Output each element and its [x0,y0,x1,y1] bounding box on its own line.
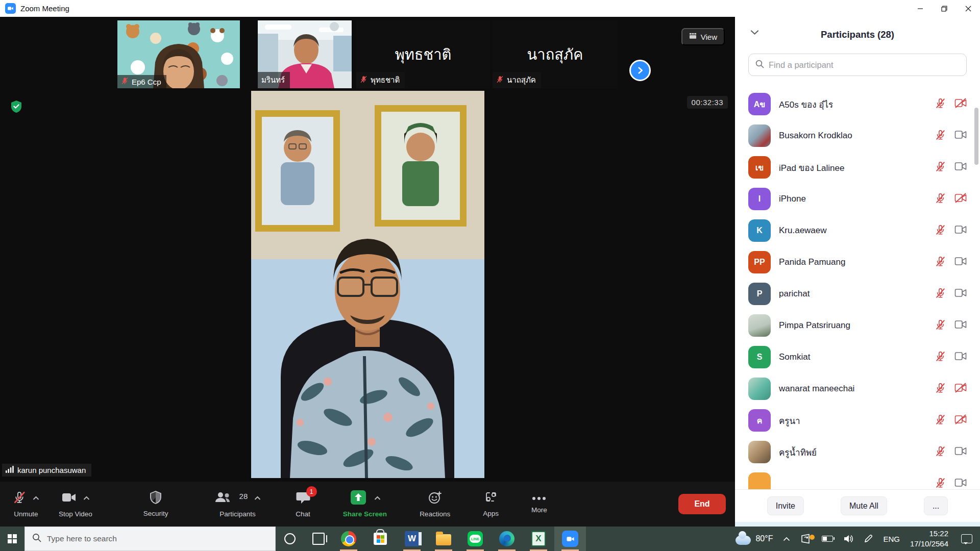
word-icon: W [405,531,419,546]
view-button[interactable]: View [681,28,725,45]
zoom-window: Zoom Meeting [0,0,980,551]
unmute-button[interactable]: Unmute [3,482,49,527]
participant-row[interactable]: ครูน้ำทิพย์ [748,436,967,468]
participant-name: iPhone [779,194,926,204]
avatar: เข [748,156,771,179]
participant-row[interactable]: Busakorn Krodklao [748,120,967,152]
pen-button[interactable] [859,534,878,543]
participants-button[interactable]: 28 Participants [205,482,271,527]
thumbnail-name-label: นาถสุภัค [493,72,541,88]
battery-button[interactable] [817,536,838,542]
taskbar-excel-button[interactable]: X [523,527,554,551]
tray-chevron-up-button[interactable] [778,537,795,541]
mic-muted-icon [935,319,946,333]
microsoft-store-icon [374,533,387,545]
chevron-up-icon[interactable] [374,494,381,502]
start-button[interactable] [0,527,24,551]
chevron-up-icon[interactable] [83,494,90,502]
volume-button[interactable] [838,534,859,543]
participant-row[interactable]: P parichat [748,278,967,310]
participants-icon [214,491,232,505]
participant-row[interactable]: wanarat maneechai [748,373,967,405]
avatar: PP [748,251,771,273]
stop-video-button[interactable]: Stop Video [49,482,102,527]
participant-name: wanarat maneechai [779,384,926,394]
participant-row[interactable]: Pimpa Patsriruang [748,310,967,341]
mic-muted-icon [935,477,946,490]
muted-mic-icon [360,76,368,85]
taskbar-clock[interactable]: 15:22 17/10/2564 [905,529,953,549]
camera-on-icon [954,319,967,332]
active-speaker-label: karun punchasuwan [2,464,91,477]
taskbar-explorer-button[interactable] [428,527,459,551]
task-view-button[interactable] [304,527,333,551]
participants-panel: Participants (28) Aข A50s ของ อุ๋ไร [735,17,980,527]
file-explorer-icon [436,534,451,545]
participants-footer: Invite Mute All ... [735,489,980,522]
weather-button[interactable]: 80°F [730,533,778,545]
meeting-toolbar: Unmute Stop Video Security 2 [0,482,735,527]
apps-button[interactable]: Apps [473,482,508,527]
participant-row[interactable]: K Kru.aewaew [748,215,967,246]
next-page-arrow-button[interactable] [629,60,651,81]
end-meeting-button[interactable]: End [678,494,726,514]
taskbar-search-input[interactable] [47,534,268,543]
signal-bars-icon [6,466,14,474]
mic-muted-icon [935,445,946,459]
security-button[interactable]: Security [134,482,178,527]
scrollbar-thumb[interactable] [974,108,978,165]
mute-all-button[interactable]: Mute All [841,496,887,515]
action-center-button[interactable] [953,534,980,543]
muted-mic-icon [496,76,504,85]
participant-row[interactable]: I iPhone [748,183,967,215]
taskbar-chrome-button[interactable] [333,527,364,551]
participants-scrollbar[interactable] [974,93,978,445]
participant-row[interactable]: PP Panida Pamuang [748,246,967,278]
notification-icon [961,534,972,543]
chrome-icon [341,531,356,546]
participant-row[interactable]: Aข A50s ของ อุ๋ไร [748,88,967,120]
grid-view-icon [689,32,697,41]
search-icon [755,60,764,70]
invite-button[interactable]: Invite [767,496,804,515]
cortana-button[interactable] [276,527,304,551]
participant-search-input[interactable] [769,60,960,70]
video-thumbnail[interactable]: พุทธชาติ พุทธชาติ [356,20,490,88]
tablet-sync-button[interactable] [795,534,817,544]
taskbar-line-button[interactable]: LINE [459,527,491,551]
close-button[interactable] [956,0,980,17]
participant-name: iPad ของ Lalinee [779,161,926,174]
share-screen-icon [349,490,368,507]
camera-on-icon [954,478,967,489]
video-thumbnail[interactable]: มรินทร์ [258,20,352,88]
panel-more-button[interactable]: ... [924,496,948,515]
minimize-button[interactable] [908,0,932,17]
collapse-panel-button[interactable] [750,29,759,37]
chevron-up-icon[interactable] [33,494,39,502]
video-camera-icon [61,491,77,505]
video-thumbnail[interactable]: นาถสุภัค นาถสุภัค [493,20,618,88]
taskbar-edge-button[interactable] [491,527,523,551]
thumbnail-name-label: Ep6 Ccp [117,75,166,88]
language-indicator[interactable]: ENG [878,535,905,543]
share-screen-button[interactable]: Share Screen [333,482,397,527]
participant-row[interactable]: S Somkiat [748,341,967,373]
taskbar-search-box [24,527,276,551]
restore-button[interactable] [932,0,956,17]
participant-row[interactable] [748,468,967,489]
shield-icon [150,491,162,506]
participant-row[interactable]: ค ครูนา [748,405,967,436]
chat-button[interactable]: 1 Chat [286,482,320,527]
taskbar-word-button[interactable]: W [396,527,428,551]
taskbar-store-button[interactable] [364,527,396,551]
taskbar-zoom-button[interactable] [554,527,586,551]
video-thumbnail[interactable]: Ep6 Ccp [117,20,240,88]
reactions-button[interactable]: Reactions [410,482,460,527]
thumbnail-name-label: พุทธชาติ [356,72,405,88]
chevron-up-icon[interactable] [254,494,261,502]
more-button[interactable]: More [522,482,557,527]
participant-name: Pimpa Patsriruang [779,320,926,331]
participant-row[interactable]: เข iPad ของ Lalinee [748,152,967,183]
active-speaker-video[interactable] [251,91,484,478]
camera-on-icon [954,224,967,237]
